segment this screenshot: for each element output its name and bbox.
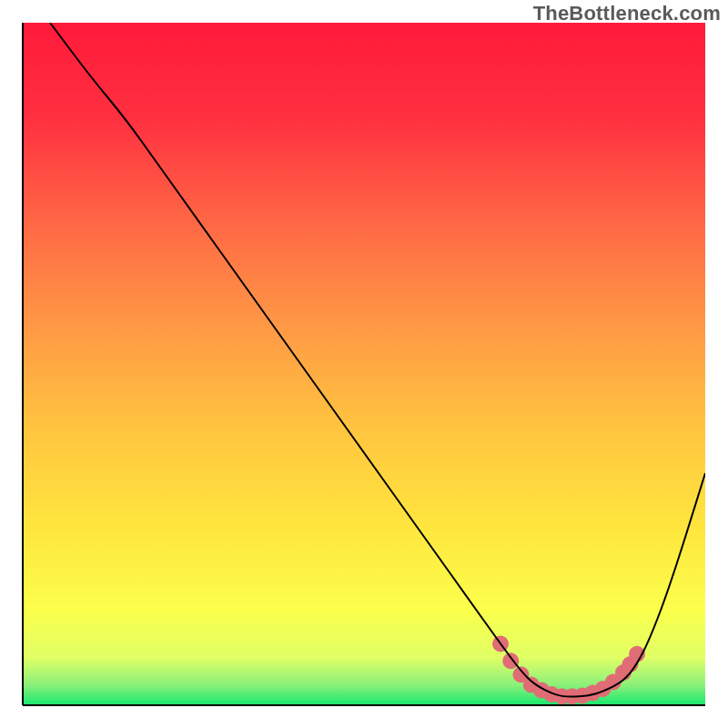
marker-dot [502, 652, 519, 669]
watermark-label: TheBottleneck.com [533, 2, 721, 25]
chart-background-gradient [23, 23, 705, 705]
chart-stage: TheBottleneck.com [0, 0, 728, 728]
bottleneck-chart [0, 0, 728, 728]
